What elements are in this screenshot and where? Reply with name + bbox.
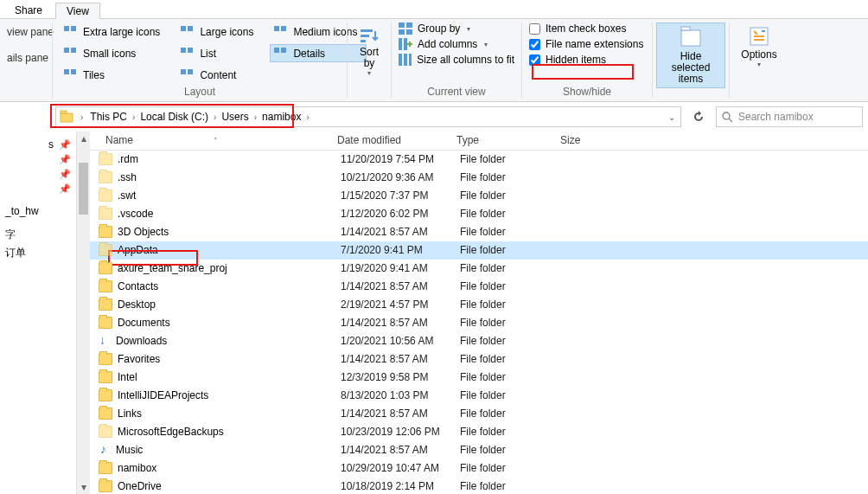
chevron-right-icon[interactable]: ›: [212, 112, 218, 122]
layout-extra-large-icons[interactable]: Extra large icons: [60, 22, 169, 41]
chevron-right-icon[interactable]: ›: [252, 112, 258, 122]
table-row[interactable]: .rdm11/20/2019 7:54 PMFile folder: [90, 151, 868, 169]
scroll-down-icon[interactable]: ▾: [77, 480, 90, 494]
group-by-icon: [399, 22, 412, 35]
add-columns-button[interactable]: Add columns▾: [399, 38, 514, 50]
folder-icon: [99, 407, 112, 420]
file-name: MicrosoftEdgeBackups: [118, 426, 224, 438]
layout-icon: [64, 26, 78, 38]
table-row[interactable]: namibox10/29/2019 10:47 AMFile folder: [90, 459, 868, 478]
file-date: 2/19/2021 4:57 PM: [341, 298, 460, 311]
table-row[interactable]: MicrosoftEdgeBackups10/23/2019 12:06 PMF…: [90, 423, 868, 441]
pin-icon: 📌: [59, 169, 71, 180]
table-row[interactable]: Favorites1/14/2021 8:57 AMFile folder: [90, 350, 868, 369]
breadcrumb-item[interactable]: Users: [221, 111, 248, 123]
table-row[interactable]: 3D Objects1/14/2021 8:57 AMFile folder: [90, 223, 868, 241]
table-row[interactable]: .ssh10/21/2020 9:36 AMFile folder: [90, 169, 868, 187]
file-type: File folder: [460, 280, 564, 292]
folder-icon: [99, 244, 112, 256]
quick-access-item[interactable]: 订单: [2, 244, 74, 262]
item-check-boxes-checkbox[interactable]: Item check boxes: [529, 22, 645, 35]
layout-icon: [181, 69, 195, 81]
ribbon-tabs: Share View: [0, 0, 868, 19]
address-bar[interactable]: › This PC›Local Disk (C:)›Users›namibox›…: [55, 106, 681, 127]
table-row[interactable]: Contacts1/14/2021 8:57 AMFile folder: [90, 278, 868, 296]
table-row[interactable]: AppData7/1/2020 9:41 PMFile folder: [90, 241, 868, 260]
hidden-items-checkbox[interactable]: Hidden items: [529, 54, 645, 66]
quick-access-item[interactable]: 📌: [2, 152, 74, 167]
quick-access-item[interactable]: _to_hw: [2, 203, 74, 219]
table-row[interactable]: Downloads1/20/2021 10:56 AMFile folder: [90, 332, 868, 350]
quick-access-item[interactable]: 📌: [2, 167, 74, 182]
folder-icon: [60, 110, 73, 124]
layout-label: Layout: [60, 84, 340, 99]
quick-access-item[interactable]: 字: [2, 226, 74, 244]
preview-pane-button[interactable]: view pane: [7, 26, 45, 38]
folder-icon: [99, 226, 112, 238]
chevron-right-icon[interactable]: ›: [131, 112, 137, 122]
tab-view[interactable]: View: [55, 3, 100, 19]
tab-share[interactable]: Share: [3, 2, 54, 18]
table-row[interactable]: OneDrive10/18/2019 2:14 PMFile folder: [90, 478, 868, 494]
table-row[interactable]: Desktop2/19/2021 4:57 PMFile folder: [90, 296, 868, 314]
ribbon: view pane ails pane Extra large iconsLar…: [0, 19, 868, 102]
table-row[interactable]: Documents1/14/2021 8:57 AMFile folder: [90, 314, 868, 332]
column-type[interactable]: Type: [450, 134, 553, 146]
svg-rect-3: [399, 22, 405, 28]
scrollbar-thumb[interactable]: [79, 163, 88, 215]
table-row[interactable]: .swt1/15/2020 7:37 PMFile folder: [90, 187, 868, 205]
size-columns-button[interactable]: Size all columns to fit: [399, 54, 514, 66]
file-type: File folder: [460, 317, 564, 329]
file-type: File folder: [460, 262, 564, 274]
layout-tiles[interactable]: Tiles: [60, 66, 169, 84]
content-area: s📌 📌 📌 📌 _to_hw 字 订单 ▴ ▾ Name ˄ Date mod…: [0, 132, 868, 494]
refresh-button[interactable]: [688, 106, 709, 127]
column-date[interactable]: Date modified: [330, 134, 450, 146]
svg-rect-16: [61, 111, 67, 113]
breadcrumb-item[interactable]: Local Disk (C:): [140, 111, 208, 123]
breadcrumb-item[interactable]: namibox: [262, 111, 301, 123]
quick-access-item[interactable]: s📌: [2, 137, 74, 152]
breadcrumb: This PC›Local Disk (C:)›Users›namibox›: [90, 111, 310, 123]
layout-list[interactable]: List: [176, 44, 263, 62]
layout-icon: [64, 69, 78, 81]
group-by-button[interactable]: Group by▾: [399, 22, 514, 35]
search-input[interactable]: Search namibox: [716, 106, 863, 127]
folder-icon: [99, 262, 112, 274]
layout-large-icons[interactable]: Large icons: [176, 22, 263, 41]
file-date: 1/12/2020 6:02 PM: [341, 208, 460, 220]
quick-access-item[interactable]: 📌: [2, 182, 74, 196]
sort-icon: [359, 28, 380, 45]
folder-icon: [99, 171, 112, 183]
layout-small-icons[interactable]: Small icons: [60, 44, 169, 62]
svg-rect-15: [61, 113, 73, 122]
nav-scrollbar[interactable]: ▴ ▾: [76, 132, 90, 494]
details-pane-button[interactable]: ails pane: [7, 52, 45, 64]
options-icon: [746, 24, 772, 48]
column-size[interactable]: Size: [553, 134, 622, 146]
file-date: 10/23/2019 12:06 PM: [341, 426, 460, 438]
chevron-down-icon[interactable]: ⌄: [667, 112, 677, 122]
file-name-extensions-checkbox[interactable]: File name extensions: [529, 38, 645, 50]
scroll-up-icon[interactable]: ▴: [77, 132, 90, 145]
table-row[interactable]: IntelliJIDEAProjects8/13/2020 1:03 PMFil…: [90, 387, 868, 405]
file-type: File folder: [460, 389, 564, 401]
breadcrumb-item[interactable]: This PC: [90, 111, 127, 123]
table-row[interactable]: axure_team_share_proj1/19/2020 9:41 AMFi…: [90, 260, 868, 278]
chevron-right-icon[interactable]: ›: [304, 112, 310, 122]
sort-by-button[interactable]: Sort by ▾: [359, 22, 380, 77]
hide-selected-button[interactable]: Hide selecteditems: [656, 22, 725, 88]
layout-content[interactable]: Content: [176, 66, 263, 84]
folder-icon: [99, 298, 112, 311]
column-name[interactable]: Name ˄: [99, 134, 330, 146]
table-row[interactable]: Intel12/3/2019 9:58 PMFile folder: [90, 369, 868, 387]
file-date: 1/14/2021 8:57 AM: [341, 407, 460, 420]
chevron-right-icon[interactable]: ›: [79, 112, 85, 122]
panes-group: view pane ails pane: [0, 19, 52, 101]
showhide-label: Show/hide: [529, 84, 645, 99]
table-row[interactable]: Links1/14/2021 8:57 AMFile folder: [90, 405, 868, 423]
table-row[interactable]: .vscode1/12/2020 6:02 PMFile folder: [90, 205, 868, 223]
add-columns-icon: [399, 38, 412, 50]
table-row[interactable]: Music1/14/2021 8:57 AMFile folder: [90, 441, 868, 459]
options-button[interactable]: Options ▾: [733, 22, 785, 70]
